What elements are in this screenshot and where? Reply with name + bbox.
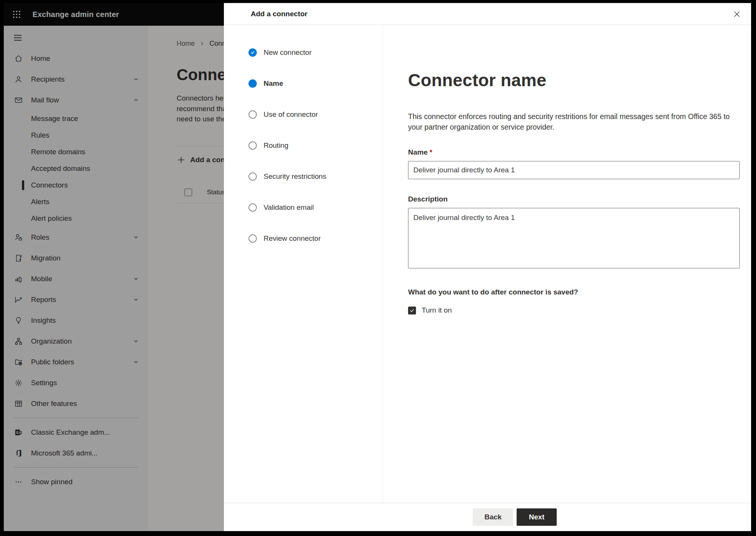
back-button[interactable]: Back xyxy=(473,508,513,526)
step-security-restrictions[interactable]: Security restrictions xyxy=(248,172,383,203)
dialog-body: New connector Name Use of connector xyxy=(224,25,751,503)
step-label: Security restrictions xyxy=(264,172,326,181)
dialog-footer: Back Next xyxy=(224,503,751,531)
step-review-connector[interactable]: Review connector xyxy=(248,234,383,265)
turn-it-on-option[interactable]: Turn it on xyxy=(408,306,751,314)
screenshot-frame: Exchange admin center Home Recipients xyxy=(0,0,756,536)
name-field-label: Name* xyxy=(408,148,751,156)
required-marker: * xyxy=(430,148,432,156)
description-textarea[interactable]: Deliver journal directly to Area 1 xyxy=(408,208,740,268)
step-label: Validation email xyxy=(264,203,314,212)
step-upcoming-icon xyxy=(248,203,257,212)
step-routing[interactable]: Routing xyxy=(248,141,383,172)
step-validation-email[interactable]: Validation email xyxy=(248,203,383,234)
app-window: Exchange admin center Home Recipients xyxy=(4,3,751,531)
dialog-header: Add a connector xyxy=(224,3,751,25)
step-completed-icon xyxy=(248,48,257,57)
step-label: Name xyxy=(264,79,283,88)
wizard-page-heading: Connector name xyxy=(408,70,751,90)
step-upcoming-icon xyxy=(248,172,257,181)
step-current-icon xyxy=(248,79,257,88)
wizard-content: Connector name This connector enforces r… xyxy=(383,25,751,503)
dialog-title: Add a connector xyxy=(251,10,307,18)
step-upcoming-icon xyxy=(248,141,257,150)
step-upcoming-icon xyxy=(248,234,257,243)
close-button[interactable] xyxy=(729,6,744,22)
step-upcoming-icon xyxy=(248,110,257,119)
step-name[interactable]: Name xyxy=(248,79,383,110)
step-new-connector[interactable]: New connector xyxy=(248,48,383,79)
wizard-stepper: New connector Name Use of connector xyxy=(224,25,383,503)
after-save-question: What do you want to do after connector i… xyxy=(408,288,751,296)
turn-it-on-label: Turn it on xyxy=(422,306,452,314)
description-field-label: Description xyxy=(408,195,751,203)
add-connector-dialog: Add a connector New connector xyxy=(224,3,751,531)
close-icon xyxy=(733,10,741,19)
step-use-of-connector[interactable]: Use of connector xyxy=(248,110,383,141)
next-button[interactable]: Next xyxy=(517,508,556,526)
step-label: Routing xyxy=(264,141,289,150)
step-label: New connector xyxy=(264,48,312,57)
wizard-page-description: This connector enforces routing and secu… xyxy=(408,111,737,132)
step-label: Use of connector xyxy=(264,110,318,119)
checkmark-icon xyxy=(409,308,415,313)
step-label: Review connector xyxy=(264,234,321,243)
name-input[interactable] xyxy=(408,161,740,179)
turn-it-on-checkbox[interactable] xyxy=(408,307,416,314)
